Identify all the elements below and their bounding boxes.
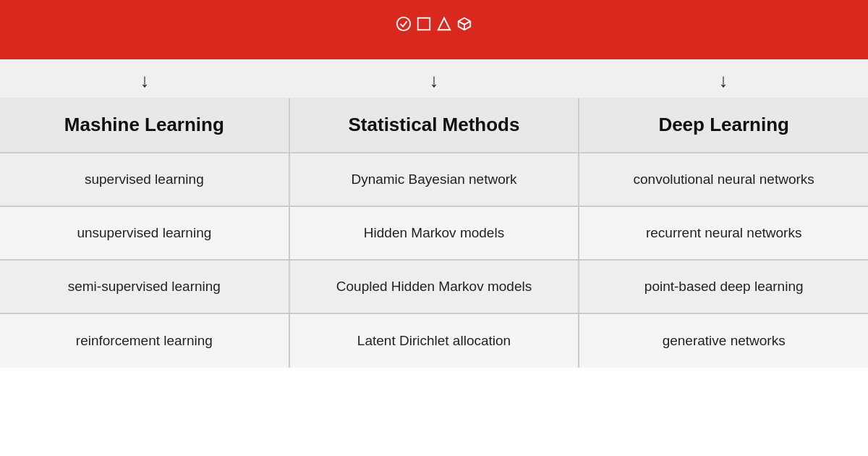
list-item: unsupervised learning [0,207,289,261]
column-header-statistical-methods: Statistical Methods [290,98,579,153]
list-item: Dynamic Bayesian network [290,153,579,207]
arrow-2: ↓ [289,69,579,92]
svg-marker-2 [438,18,451,30]
list-item: point-based deep learning [579,261,868,314]
arrow-1: ↓ [0,69,289,92]
column-statistical-methods: Statistical MethodsDynamic Bayesian netw… [290,98,580,368]
svg-point-0 [397,17,410,30]
list-item: Hidden Markov models [290,207,579,261]
list-item: Latent Dirichlet allocation [290,314,579,368]
column-header-machine-learning: Mashine Learning [0,98,289,153]
columns-area: Mashine Learningsupervised learningunsup… [0,98,868,368]
svg-rect-1 [418,18,430,30]
arrows-row: ↓ ↓ ↓ [0,59,868,98]
square-icon [416,16,432,32]
header [0,0,868,59]
arrow-3: ↓ [579,69,868,92]
column-deep-learning: Deep Learningconvolutional neural networ… [579,98,868,368]
check-icon [396,16,412,32]
list-item: Coupled Hidden Markov models [290,261,579,314]
list-item: semi-supervised learning [0,261,289,314]
column-header-deep-learning: Deep Learning [579,98,868,153]
list-item: reinforcement learning [0,314,289,368]
header-icons [0,16,868,32]
list-item: recurrent neural networks [579,207,868,261]
triangle-icon [436,16,452,32]
list-item: convolutional neural networks [579,153,868,207]
list-item: supervised learning [0,153,289,207]
column-machine-learning: Mashine Learningsupervised learningunsup… [0,98,290,368]
cube-icon [456,16,472,32]
list-item: generative networks [579,314,868,368]
